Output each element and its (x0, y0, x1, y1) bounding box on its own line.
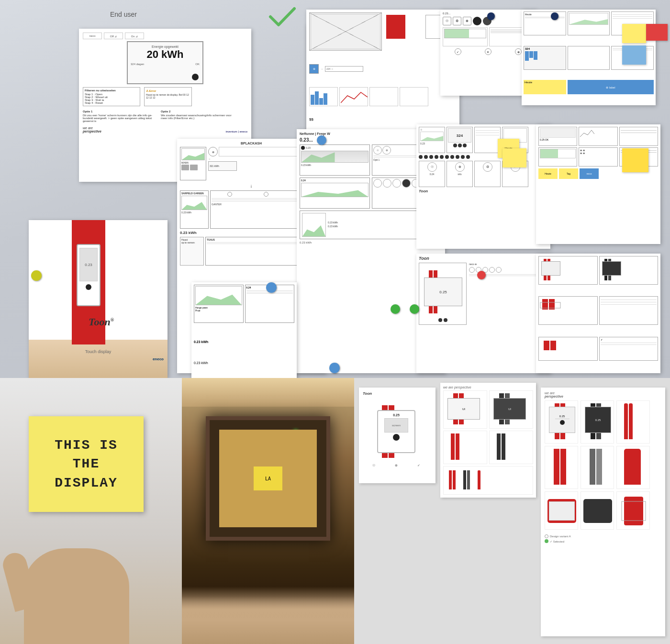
magnet-4 (329, 363, 340, 373)
bottom-left-panel: THIS IS THE DISPLAY (0, 378, 182, 644)
device-screen: LA (219, 430, 317, 527)
right-paper-1: ⊕ → 224 ☆ (306, 10, 459, 134)
sticky-chip-3 (646, 24, 668, 41)
sticky-chip-1 (622, 24, 646, 43)
sticky-chip-2 (622, 45, 646, 65)
checkmark-icon (268, 5, 297, 24)
svg-rect-4 (550, 341, 556, 350)
sticky-chip-5 (622, 148, 648, 172)
magnet-3 (266, 282, 277, 293)
bottom-right-panel: Toon 0.25 screen ☉⊕✓ we are perspec (354, 378, 670, 644)
svg-rect-5 (624, 497, 643, 525)
svg-rect-3 (544, 341, 549, 350)
whiteboard: End user neco Off ⊿ On ⊿ Energie opgewek… (0, 0, 670, 378)
magnet-5 (487, 12, 495, 20)
wireframe-paper-3: Herge peen Prae 0.24 0.23 kWh 0.23 kWh (191, 282, 297, 378)
magnet-7 (477, 271, 486, 279)
right-paper-5: 0.25 OK ⊕ ⊕ ⊕ ⊕ (536, 124, 660, 244)
display-device: LA (206, 416, 330, 541)
magnet-1 (31, 270, 42, 281)
sticky-note-text: THIS IS THE DISPLAY (55, 436, 118, 492)
magnet-2 (317, 135, 326, 145)
bottom-middle-panel: LA (182, 378, 354, 644)
right-paper-4: ☉ 0.23 324 (416, 124, 550, 249)
end-user-label: End user (110, 11, 137, 18)
device-label: LA (254, 466, 282, 490)
magnet-6 (551, 12, 558, 20)
magnet-9 (410, 304, 419, 314)
bottom-section: THIS IS THE DISPLAY LA Toon (0, 378, 670, 644)
toon-large-paper: 0.23 Toon® Touch display eneco (29, 220, 168, 378)
sticky-note-display: THIS IS THE DISPLAY (29, 416, 144, 512)
magnet-8 (391, 304, 400, 314)
sticky-chip-4 (502, 148, 526, 167)
right-paper-7: ✓ (536, 254, 660, 373)
